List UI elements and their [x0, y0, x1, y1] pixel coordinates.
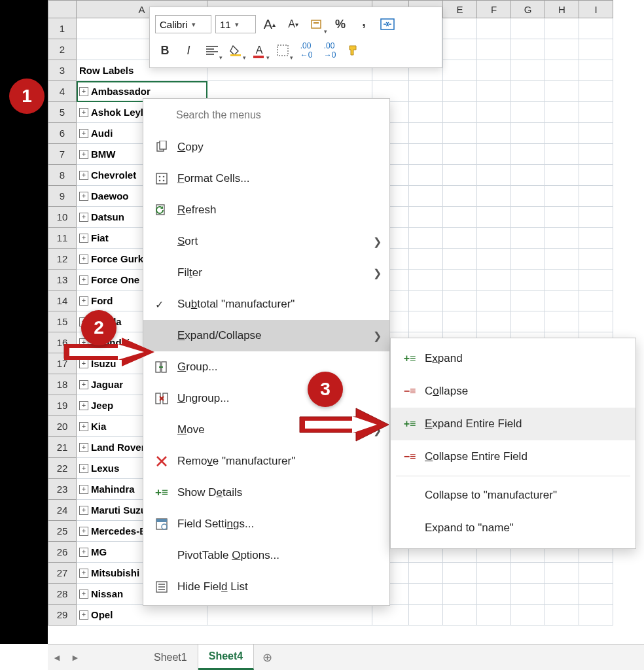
borders-icon[interactable]: ▾	[273, 41, 293, 60]
cell-G27[interactable]	[511, 563, 545, 584]
merge-center-icon[interactable]	[378, 14, 397, 34]
cell-D13[interactable]	[409, 270, 443, 291]
cell-G11[interactable]	[511, 228, 545, 249]
decrease-decimal-icon[interactable]: .00→0	[320, 41, 340, 60]
row-header-3[interactable]: 3	[48, 60, 77, 81]
row-header-23[interactable]: 23	[48, 479, 77, 500]
cell-I13[interactable]	[579, 270, 613, 291]
cell-H14[interactable]	[545, 291, 579, 311]
submenu-item-expand[interactable]: +≡Expand	[391, 342, 635, 375]
cell-C29[interactable]	[372, 605, 409, 626]
menu-item-expand_collapse[interactable]: Expand/Collapse❯	[143, 320, 389, 351]
cell-H15[interactable]	[545, 311, 579, 332]
row-header-15[interactable]: 15	[48, 311, 77, 332]
row-header-14[interactable]: 14	[48, 291, 77, 311]
cell-E28[interactable]	[443, 584, 477, 605]
menu-item-show_details[interactable]: +≡Show Details	[143, 477, 389, 508]
cell-I6[interactable]	[579, 123, 613, 144]
cell-F2[interactable]	[477, 39, 511, 60]
cell-H13[interactable]	[545, 270, 579, 291]
menu-item-remove[interactable]: Remove "manufacturer"	[143, 446, 389, 477]
cell-D14[interactable]	[409, 291, 443, 311]
cell-D4[interactable]	[409, 81, 443, 102]
cell-I5[interactable]	[579, 102, 613, 123]
cell-G8[interactable]	[511, 165, 545, 186]
cell-F10[interactable]	[477, 207, 511, 228]
expand-toggle-icon[interactable]: +	[79, 590, 88, 599]
cell-D28[interactable]	[409, 584, 443, 605]
expand-toggle-icon[interactable]: +	[79, 610, 88, 620]
row-header-4[interactable]: 4	[48, 81, 77, 102]
cell-D9[interactable]	[409, 186, 443, 207]
cell-H28[interactable]	[545, 584, 579, 605]
accounting-format-icon[interactable]: ▾	[307, 14, 327, 34]
cell-I1[interactable]	[579, 18, 613, 39]
cell-E10[interactable]	[443, 207, 477, 228]
cell-G2[interactable]	[511, 39, 545, 60]
cell-F7[interactable]	[477, 144, 511, 165]
cell-F13[interactable]	[477, 270, 511, 291]
cell-F11[interactable]	[477, 228, 511, 249]
cell-E3[interactable]	[443, 60, 477, 81]
row-header-7[interactable]: 7	[48, 144, 77, 165]
cell-H29[interactable]	[545, 605, 579, 626]
cell-E1[interactable]	[443, 18, 477, 39]
cell-I29[interactable]	[579, 605, 613, 626]
cell-H7[interactable]	[545, 144, 579, 165]
cell-B29[interactable]	[207, 605, 372, 626]
cell-H1[interactable]	[545, 18, 579, 39]
column-header-E[interactable]: E	[443, 0, 477, 18]
menu-item-format_cells[interactable]: Format Cells...	[143, 163, 389, 194]
cell-E9[interactable]	[443, 186, 477, 207]
row-header-11[interactable]: 11	[48, 228, 77, 249]
tab-scroll-right-icon[interactable]: ►	[66, 644, 84, 670]
cell-E11[interactable]	[443, 228, 477, 249]
cell-G1[interactable]	[511, 18, 545, 39]
row-header-1[interactable]: 1	[48, 18, 77, 39]
row-header-27[interactable]: 27	[48, 563, 77, 584]
cell-E4[interactable]	[443, 81, 477, 102]
cell-I9[interactable]	[579, 186, 613, 207]
expand-toggle-icon[interactable]: +	[79, 213, 88, 222]
row-header-22[interactable]: 22	[48, 458, 77, 479]
cell-D27[interactable]	[409, 563, 443, 584]
row-header-8[interactable]: 8	[48, 165, 77, 186]
cell-H27[interactable]	[545, 563, 579, 584]
cell-G9[interactable]	[511, 186, 545, 207]
cell-G28[interactable]	[511, 584, 545, 605]
cell-H8[interactable]	[545, 165, 579, 186]
font-name-select[interactable]: Calibri ▾	[155, 15, 211, 33]
row-header-12[interactable]: 12	[48, 249, 77, 270]
cell-D29[interactable]	[409, 605, 443, 626]
expand-toggle-icon[interactable]: +	[79, 464, 88, 473]
cell-I8[interactable]	[579, 165, 613, 186]
column-header-H[interactable]: H	[545, 0, 579, 18]
cell-H9[interactable]	[545, 186, 579, 207]
expand-toggle-icon[interactable]: +	[79, 527, 88, 536]
row-header-2[interactable]: 2	[48, 39, 77, 60]
expand-toggle-icon[interactable]: +	[79, 192, 88, 201]
cell-I11[interactable]	[579, 228, 613, 249]
menu-item-group[interactable]: Group...	[143, 351, 389, 383]
percent-format-icon[interactable]: %	[331, 14, 350, 34]
row-header-9[interactable]: 9	[48, 186, 77, 207]
cell-F5[interactable]	[477, 102, 511, 123]
row-header-5[interactable]: 5	[48, 102, 77, 123]
align-icon[interactable]: ▾	[202, 41, 222, 60]
cell-G7[interactable]	[511, 144, 545, 165]
row-header-28[interactable]: 28	[48, 584, 77, 605]
font-color-icon[interactable]: A ▾	[249, 41, 269, 60]
expand-toggle-icon[interactable]: +	[79, 275, 88, 285]
add-sheet-button[interactable]: ⊕	[254, 644, 280, 670]
expand-toggle-icon[interactable]: +	[79, 87, 88, 96]
cell-F14[interactable]	[477, 291, 511, 311]
row-header-19[interactable]: 19	[48, 395, 77, 416]
cell-D11[interactable]	[409, 228, 443, 249]
increase-decimal-icon[interactable]: .00←0	[296, 41, 316, 60]
expand-toggle-icon[interactable]: +	[79, 129, 88, 138]
row-header-13[interactable]: 13	[48, 270, 77, 291]
menu-item-refresh[interactable]: Refresh	[143, 194, 389, 226]
row-header-20[interactable]: 20	[48, 416, 77, 437]
cell-D6[interactable]	[409, 123, 443, 144]
select-all-corner[interactable]	[48, 0, 77, 18]
